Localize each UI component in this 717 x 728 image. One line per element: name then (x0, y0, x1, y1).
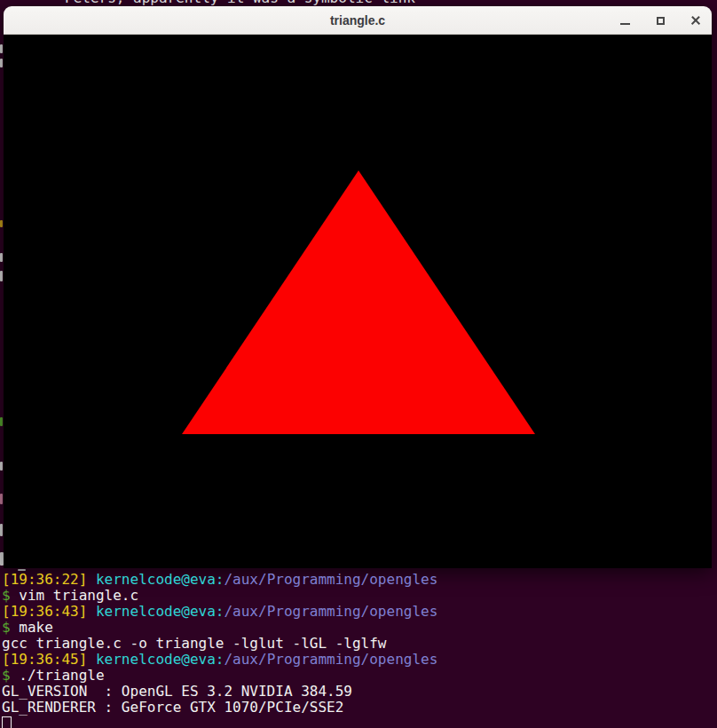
terminal-text-segment: /aux/Programming/opengles (224, 571, 437, 588)
maximize-button[interactable] (653, 13, 667, 28)
terminal-line: [19:36:45] kernelcode@eva:/aux/Programmi… (2, 652, 717, 668)
terminal-line: $ make (2, 620, 717, 636)
terminal-text-segment: GL_RENDERER : GeForce GTX 1070/PCIe/SSE2 (2, 699, 343, 716)
terminal-line: GL_RENDERER : GeForce GTX 1070/PCIe/SSE2 (2, 700, 717, 716)
close-button[interactable] (689, 13, 703, 28)
screen: { "window": { "title": "triangle.c", "co… (0, 0, 717, 728)
terminal-text-segment: [19:36:22] (2, 571, 87, 588)
terminal-text-segment: kernelcode@eva: (96, 603, 225, 620)
terminal-text-segment: [19:36:43] (2, 603, 87, 620)
gl-canvas (4, 35, 712, 568)
terminal-text-segment: gcc triangle.c -o triangle -lglut -lGL -… (2, 635, 386, 652)
gl-canvas-svg (4, 35, 712, 568)
terminal-text-segment: $ (2, 619, 11, 636)
terminal-text-segment: $ (2, 667, 11, 684)
terminal-text-segment (87, 571, 96, 588)
terminal-line: gcc triangle.c -o triangle -lglut -lGL -… (2, 636, 717, 652)
terminal-line: GL_VERSION : OpenGL ES 3.2 NVIDIA 384.59 (2, 684, 717, 700)
window-controls (618, 6, 703, 35)
terminal-text-segment (87, 603, 96, 620)
top-partial-line: Peters, apparently it was a symbolic lin… (65, 0, 415, 6)
window-title: triangle.c (4, 13, 712, 28)
terminal-cursor (2, 716, 12, 728)
terminal-line: $ ./triangle (2, 668, 717, 684)
terminal-text-segment: /aux/Programming/opengles (224, 651, 437, 668)
terminal-output[interactable]: [19:36:22] kernelcode@eva:/aux/Programmi… (2, 572, 717, 728)
app-window: triangle.c (4, 6, 712, 568)
terminal-text-segment: make (11, 619, 53, 636)
close-icon (689, 14, 702, 27)
red-triangle (182, 170, 535, 434)
terminal-line: [19:36:22] kernelcode@eva:/aux/Programmi… (2, 572, 717, 588)
maximize-icon (657, 17, 665, 25)
minimize-button[interactable] (618, 13, 632, 28)
terminal-text-segment: ./triangle (11, 667, 105, 684)
terminal-text-segment: [19:36:45] (2, 651, 87, 668)
terminal-text-segment: kernelcode@eva: (96, 571, 225, 588)
terminal-line (2, 716, 717, 728)
terminal-text-segment: /aux/Programming/opengles (224, 603, 437, 620)
terminal-text-segment: GL_VERSION : OpenGL ES 3.2 NVIDIA 384.59 (2, 683, 352, 700)
terminal-line: [19:36:43] kernelcode@eva:/aux/Programmi… (2, 604, 717, 620)
terminal-text-segment: $ (2, 587, 11, 604)
terminal-text-segment: vim triangle.c (11, 587, 139, 604)
terminal-line: $ vim triangle.c (2, 588, 717, 604)
terminal-text-segment (87, 651, 96, 668)
terminal-text-segment: kernelcode@eva: (96, 651, 225, 668)
minimize-icon (620, 23, 630, 25)
titlebar[interactable]: triangle.c (4, 6, 712, 35)
